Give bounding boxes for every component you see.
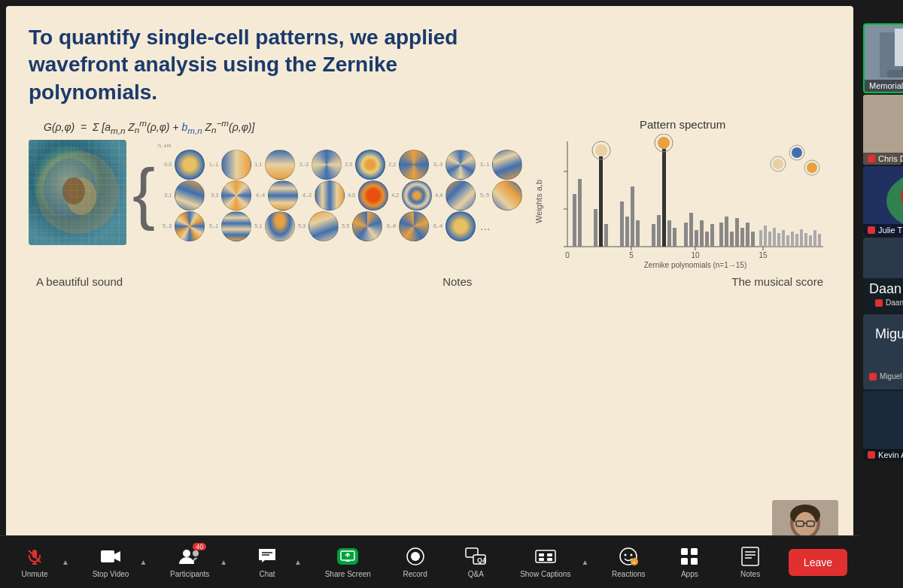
- cell-image: [29, 140, 126, 245]
- scroll-down-button[interactable]: [859, 462, 903, 484]
- julie-name: Julie Theriot: [878, 226, 903, 235]
- svg-rect-62: [719, 223, 723, 247]
- svg-rect-65: [735, 218, 739, 247]
- participants-group: 40 Participants ▲: [164, 541, 229, 583]
- svg-rect-122: [547, 558, 552, 561]
- slide-container: To quantify single-cell patterns, we app…: [6, 6, 853, 588]
- svg-rect-56: [684, 223, 688, 247]
- participants-panel: Memorial 107 Chris Dee: [859, 0, 903, 588]
- svg-rect-121: [547, 553, 552, 556]
- participants-button[interactable]: 40 Participants: [164, 541, 215, 583]
- participant-tile-chris[interactable]: Chris Dee: [863, 95, 903, 165]
- leave-button[interactable]: Leave: [789, 549, 847, 576]
- svg-rect-72: [773, 228, 776, 247]
- notes-button[interactable]: Notes: [728, 541, 773, 583]
- svg-rect-69: [759, 230, 762, 247]
- scroll-up-button[interactable]: [859, 0, 903, 23]
- svg-point-107: [183, 550, 190, 557]
- svg-text:0: 0: [565, 251, 570, 259]
- svg-rect-78: [800, 229, 803, 247]
- kevin-name: Kevin Anthony Sison: [878, 450, 903, 459]
- svg-rect-53: [662, 149, 666, 247]
- participants-label: Participants: [170, 570, 209, 578]
- slide-content: To quantify single-cell patterns, we app…: [6, 6, 853, 588]
- miguel-name-bar: Miguel de Jesus: [869, 372, 903, 383]
- main-layout: To quantify single-cell patterns, we app…: [0, 0, 903, 588]
- share-screen-group: Share Screen: [319, 541, 377, 583]
- zernike-row-1: 0,0 1,-1 1,1 2,-2 2,0: [157, 150, 522, 180]
- qa-label: Q&A: [468, 570, 484, 578]
- reactions-group: + Reactions: [606, 541, 651, 583]
- participant-name-bar-memorial: Memorial 107: [865, 80, 903, 92]
- record-button[interactable]: Record: [393, 541, 438, 583]
- svg-point-29: [62, 177, 85, 205]
- svg-rect-68: [751, 232, 755, 247]
- record-group: Record: [393, 541, 438, 583]
- svg-point-114: [411, 552, 420, 561]
- svg-point-88: [773, 159, 783, 169]
- svg-rect-139: [895, 29, 903, 66]
- svg-rect-132: [742, 547, 759, 565]
- svg-rect-73: [777, 233, 780, 247]
- svg-rect-51: [652, 224, 655, 247]
- apps-button[interactable]: Apps: [667, 541, 712, 583]
- svg-rect-47: [620, 202, 624, 247]
- svg-rect-48: [625, 217, 629, 247]
- reactions-button[interactable]: + Reactions: [606, 541, 651, 583]
- presentation-area: To quantify single-cell patterns, we app…: [0, 0, 859, 588]
- video-chevron[interactable]: ▲: [138, 558, 148, 566]
- svg-rect-71: [768, 232, 771, 247]
- stop-video-label: Stop Video: [93, 570, 129, 578]
- chat-chevron[interactable]: ▲: [293, 558, 303, 566]
- svg-rect-63: [725, 217, 728, 247]
- svg-point-86: [658, 137, 670, 149]
- svg-rect-44: [594, 209, 597, 247]
- daan-name-bar: Daan Daan: [863, 278, 903, 313]
- participants-chevron[interactable]: ▲: [218, 558, 229, 566]
- zernike-row-2: 3,1 3,3 4,-4 4,-2 4,0: [157, 180, 522, 211]
- svg-rect-45: [599, 156, 603, 247]
- stop-video-button[interactable]: Stop Video: [87, 541, 135, 583]
- unmute-chevron[interactable]: ▲: [60, 558, 71, 566]
- participant-tile-daan[interactable]: Daan Daan Daan: [863, 238, 903, 313]
- unmute-group: Unmute ▲: [12, 541, 71, 583]
- svg-rect-77: [795, 234, 798, 247]
- participant-tile-miguel[interactable]: Miguel de Je... Miguel de Jesus: [863, 314, 903, 389]
- participant-tile-julie[interactable]: Julie Theriot: [863, 166, 903, 236]
- mic-muted-icon-daan: [875, 299, 883, 307]
- mic-muted-icon-kevin: [868, 451, 875, 459]
- apps-label: Apps: [681, 570, 698, 578]
- captions-group: Show Captions ▲: [514, 541, 590, 583]
- share-screen-button[interactable]: Share Screen: [319, 541, 377, 583]
- svg-rect-66: [740, 228, 744, 247]
- unmute-button[interactable]: Unmute: [12, 541, 57, 583]
- camera-icon: [100, 546, 121, 567]
- svg-point-27: [44, 159, 96, 219]
- svg-rect-74: [782, 230, 785, 247]
- notes-label: Notes: [740, 570, 760, 578]
- svg-text:+: +: [632, 559, 636, 566]
- bottom-left-label: A beautiful sound: [36, 275, 123, 288]
- qa-button[interactable]: Q&A Q&A: [453, 541, 498, 583]
- reactions-icon: +: [618, 546, 639, 567]
- chris-name: Chris Dee: [878, 154, 903, 163]
- reactions-label: Reactions: [612, 570, 645, 578]
- qa-group: Q&A Q&A: [453, 541, 498, 583]
- svg-rect-81: [813, 230, 816, 247]
- svg-rect-43: [578, 179, 582, 247]
- captions-button[interactable]: Show Captions: [514, 541, 576, 583]
- chat-button[interactable]: Chat: [245, 541, 290, 583]
- participant-tile-memorial[interactable]: Memorial 107: [863, 23, 903, 93]
- slide-title: To quantify single-cell patterns, we app…: [29, 24, 480, 106]
- svg-rect-57: [689, 213, 693, 247]
- participant-tile-kevin[interactable]: Kevin Anthony Sison: [863, 391, 903, 461]
- notes-icon: [740, 546, 761, 567]
- svg-rect-58: [695, 230, 698, 247]
- mic-muted-icon-miguel: [869, 373, 877, 380]
- chart-title: Pattern spectrum: [534, 118, 831, 131]
- toolbar: Unmute ▲ Stop Video ▲: [0, 535, 859, 588]
- participants-icon: 40: [179, 546, 200, 567]
- captions-chevron[interactable]: ▲: [579, 558, 590, 566]
- pattern-spectrum-chart: 0 5 10 15: [545, 134, 831, 269]
- svg-rect-50: [636, 220, 640, 247]
